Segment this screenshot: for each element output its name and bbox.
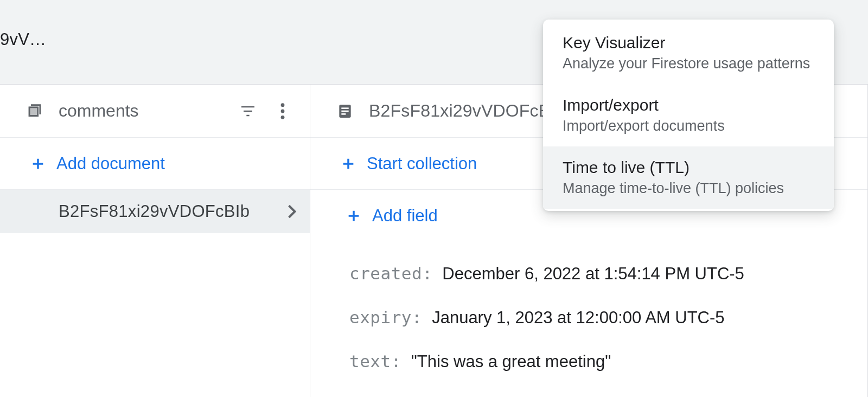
field-key: text: (349, 351, 401, 371)
overflow-menu-icon[interactable] (272, 100, 293, 122)
svg-rect-5 (341, 110, 348, 112)
menu-item-title: Time to live (TTL) (563, 158, 814, 177)
menu-item-subtitle: Import/export documents (563, 118, 814, 135)
overflow-menu: Key Visualizer Analyze your Firestore us… (543, 20, 834, 211)
document-icon (334, 100, 356, 122)
svg-rect-6 (341, 113, 346, 115)
field-key: created: (349, 264, 432, 283)
add-document-label: Add document (56, 154, 165, 174)
collection-panel-header: comments (0, 85, 310, 138)
field-value: January 1, 2023 at 12:00:00 AM UTC-5 (432, 308, 724, 328)
svg-point-2 (281, 115, 285, 119)
filter-icon[interactable] (237, 100, 259, 122)
breadcrumb-tail: 9vV… (0, 30, 46, 49)
add-document-button[interactable]: Add document (0, 138, 310, 190)
menu-item-import-export[interactable]: Import/export Import/export documents (543, 84, 834, 146)
collection-panel: comments Add document B2FsF81xi29vVDOFcB… (0, 85, 310, 397)
start-collection-label: Start collection (367, 154, 477, 174)
menu-item-key-visualizer[interactable]: Key Visualizer Analyze your Firestore us… (543, 22, 834, 84)
collection-icon (24, 100, 46, 122)
chevron-right-icon (287, 203, 297, 220)
menu-item-title: Key Visualizer (563, 34, 814, 52)
menu-item-subtitle: Manage time-to-live (TTL) policies (563, 180, 814, 197)
field-row[interactable]: expiry: January 1, 2023 at 12:00:00 AM U… (349, 308, 867, 328)
field-row[interactable]: created: December 6, 2022 at 1:54:14 PM … (349, 264, 867, 284)
menu-item-subtitle: Analyze your Firestore usage patterns (563, 55, 814, 72)
menu-item-ttl[interactable]: Time to live (TTL) Manage time-to-live (… (543, 146, 834, 209)
svg-rect-4 (341, 107, 348, 109)
field-row[interactable]: text: "This was a great meeting" (349, 351, 867, 372)
add-field-label: Add field (372, 206, 438, 226)
collection-title: comments (59, 101, 224, 121)
field-value: "This was a great meeting" (411, 352, 611, 372)
field-value: December 6, 2022 at 1:54:14 PM UTC-5 (442, 264, 744, 284)
field-key: expiry: (349, 308, 422, 327)
document-list-item[interactable]: B2FsF81xi29vVDOFcBIb (0, 190, 310, 233)
plus-icon (346, 208, 361, 223)
svg-point-0 (281, 103, 285, 107)
plus-icon (341, 156, 356, 171)
svg-point-1 (281, 109, 285, 113)
plus-icon (30, 156, 46, 171)
field-list: created: December 6, 2022 at 1:54:14 PM … (310, 242, 867, 372)
menu-item-title: Import/export (563, 96, 814, 114)
document-id: B2FsF81xi29vVDOFcBIb (59, 202, 250, 221)
